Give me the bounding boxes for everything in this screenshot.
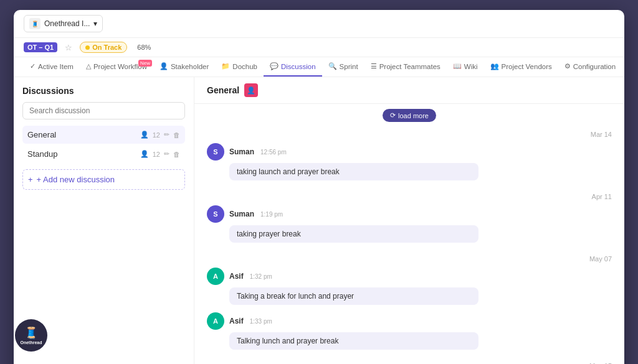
search-input[interactable] — [22, 102, 185, 119]
star-icon[interactable]: ☆ — [65, 43, 72, 52]
load-more-label: load more — [398, 112, 429, 119]
tab-project-vendors[interactable]: 👥 Project Vendors — [484, 57, 558, 77]
main-content: Discussions General 👤 12 ✏ 🗑 Standup 👤 — [14, 77, 624, 364]
workflow-icon: △ — [86, 62, 91, 70]
workspace-selector[interactable]: 🧵 Onethread I... ▾ — [24, 15, 103, 32]
message-group-1: S Suman 12:56 pm taking launch and praye… — [207, 143, 612, 180]
message-bubble-3: Taking a break for lunch and prayer — [229, 287, 478, 305]
tab-dochub[interactable]: 📁 Dochub — [215, 57, 264, 77]
discussion-list: General 👤 12 ✏ 🗑 Standup 👤 12 ✏ 🗑 — [22, 126, 185, 163]
add-discussion-label: + Add new discussion — [37, 175, 115, 184]
tab-project-workflow[interactable]: △ Project Workflow New — [80, 57, 153, 77]
teammates-icon: ☰ — [371, 62, 377, 70]
standup-member-count: 12 — [153, 151, 160, 158]
discussion-standup-meta: 👤 12 ✏ 🗑 — [140, 150, 180, 158]
delete-icon-2[interactable]: 🗑 — [173, 151, 180, 158]
status-text: On Track — [92, 44, 121, 51]
message-time-1: 12:56 pm — [260, 149, 287, 156]
message-bubble-2: taking prayer break — [229, 225, 478, 243]
logo-icon: 🧵 — [24, 326, 38, 340]
chat-header: General 👤 — [194, 77, 624, 104]
people-icon-2: 👤 — [140, 150, 149, 158]
discussion-item-general[interactable]: General 👤 12 ✏ 🗑 — [22, 126, 185, 144]
sender-name-2: Suman — [229, 210, 254, 218]
tab-project-teammates[interactable]: ☰ Project Teammates — [364, 57, 447, 77]
status-badge: On Track — [80, 42, 127, 53]
tab-discussion-label: Discussion — [281, 63, 316, 70]
sidebar-title: Discussions — [22, 86, 185, 96]
navtabs: ✓ Active Item △ Project Workflow New 👤 S… — [14, 57, 624, 77]
discussion-icon: 💬 — [270, 62, 279, 70]
new-badge: New — [138, 60, 152, 67]
app-window: 🧵 Onethread I... ▾ OT – Q1 ☆ On Track 68… — [14, 10, 624, 364]
message-sender-4: A Asif 1:33 pm — [207, 312, 612, 330]
project-id: OT – Q1 — [24, 42, 57, 52]
tab-active-item[interactable]: ✓ Active Item — [24, 57, 80, 77]
sender-name-3: Asif — [229, 272, 244, 281]
dochub-icon: 📁 — [221, 62, 230, 70]
message-time-2: 1:19 pm — [260, 211, 283, 218]
tab-sprint[interactable]: 🔍 Sprint — [322, 57, 364, 77]
logo-badge[interactable]: 🧵 Onethread — [15, 319, 47, 352]
edit-icon-2[interactable]: ✏ — [164, 150, 169, 158]
tab-dochub-label: Dochub — [232, 63, 257, 70]
general-member-count: 12 — [153, 131, 160, 139]
message-time-3: 1:32 pm — [250, 273, 272, 280]
tab-discussion[interactable]: 💬 Discussion — [264, 57, 322, 77]
vendors-icon: 👥 — [490, 62, 499, 70]
chevron-down-icon: ▾ — [93, 19, 97, 28]
chat-messages: ⟳ load more Mar 14 S Suman 12:56 pm taki… — [194, 104, 624, 364]
sprint-icon: 🔍 — [328, 62, 337, 70]
check-icon: ✓ — [30, 62, 36, 70]
progress-text: 68% — [137, 44, 151, 51]
delete-icon[interactable]: 🗑 — [173, 131, 180, 139]
sender-name-1: Suman — [229, 147, 254, 156]
message-group-4: A Asif 1:33 pm Talking lunch and prayer … — [207, 312, 612, 350]
date-separator-mar14: Mar 14 — [591, 126, 612, 141]
status-dot — [85, 45, 90, 50]
tab-sprint-label: Sprint — [340, 63, 358, 70]
project-bar: OT – Q1 ☆ On Track 68% — [14, 38, 624, 57]
chat-action-icon: 👤 — [247, 86, 255, 95]
tab-wiki[interactable]: 📖 Wiki — [447, 57, 484, 77]
discussion-general-label: General — [27, 130, 56, 139]
discussion-general-meta: 👤 12 ✏ 🗑 — [140, 131, 180, 139]
stakeholder-icon: 👤 — [160, 62, 168, 70]
project-badge: OT – Q1 — [24, 42, 57, 52]
message-sender-2: S Suman 1:19 pm — [207, 205, 612, 223]
date-separator-may15: May 15 — [589, 357, 612, 364]
add-icon: + — [28, 175, 33, 184]
avatar-asif-2: A — [207, 312, 224, 330]
add-discussion-button[interactable]: + + Add new discussion — [22, 169, 185, 190]
chat-area: General 👤 ⟳ load more Mar 14 S Suman — [194, 77, 624, 364]
tab-project-vendors-label: Project Vendors — [502, 63, 552, 70]
avatar-asif-1: A — [207, 268, 224, 285]
chat-action-button[interactable]: 👤 — [244, 83, 258, 97]
logo-label: Onethread — [20, 340, 42, 345]
config-icon: ⚙ — [564, 62, 571, 70]
discussion-standup-label: Standup — [27, 149, 57, 159]
chat-title: General — [207, 85, 239, 95]
message-bubble-1: taking launch and prayer break — [229, 163, 478, 180]
workspace-icon: 🧵 — [29, 18, 40, 29]
load-icon: ⟳ — [390, 111, 396, 119]
wiki-icon: 📖 — [453, 62, 462, 70]
message-time-4: 1:33 pm — [250, 318, 272, 325]
workspace-name: Onethread I... — [44, 19, 90, 28]
avatar-suman-2: S — [207, 205, 224, 223]
tab-configuration-label: Configuration — [573, 63, 616, 70]
tab-stakeholder-label: Stakeholder — [171, 63, 209, 70]
date-separator-may07: May 07 — [589, 250, 612, 265]
message-sender-3: A Asif 1:32 pm — [207, 268, 612, 285]
load-more-button[interactable]: ⟳ load more — [383, 109, 436, 122]
edit-icon[interactable]: ✏ — [164, 131, 169, 139]
avatar-suman-1: S — [207, 143, 224, 161]
date-separator-apr11: Apr 11 — [592, 188, 612, 203]
tab-stakeholder[interactable]: 👤 Stakeholder — [153, 57, 215, 77]
sender-name-4: Asif — [229, 317, 244, 325]
tab-configuration[interactable]: ⚙ Configuration — [558, 57, 622, 77]
topbar: 🧵 Onethread I... ▾ — [14, 10, 624, 38]
tab-active-item-label: Active Item — [38, 63, 74, 70]
discussion-item-standup[interactable]: Standup 👤 12 ✏ 🗑 — [22, 145, 185, 163]
tab-project-teammates-label: Project Teammates — [379, 63, 440, 70]
